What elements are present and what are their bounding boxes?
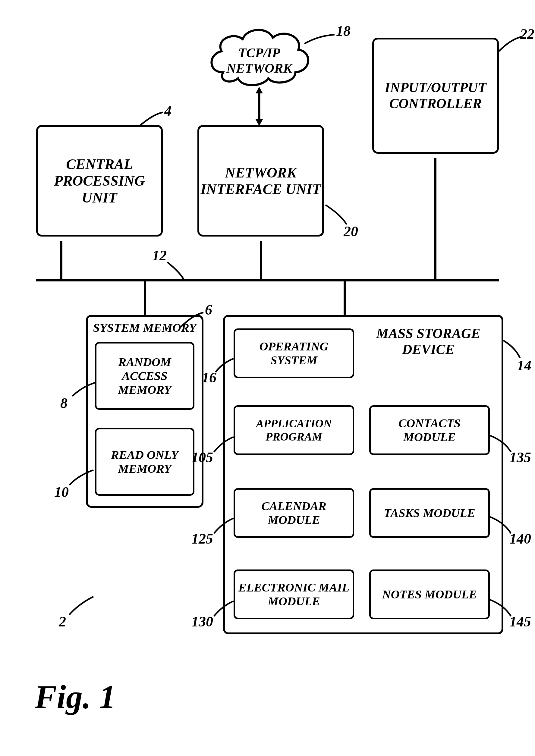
niu-bus-connector — [260, 241, 262, 280]
lead-email — [214, 601, 304, 646]
lead-cpu — [139, 112, 229, 157]
notes-label: NOTES MODULE — [382, 587, 477, 602]
cpu-label: CENTRAL PROCESSING UNIT — [38, 156, 161, 206]
tcpip-network-cloud: TCP/IP NETWORK — [205, 21, 314, 91]
io-bus-connector — [434, 158, 436, 280]
ref-os: 16 — [202, 369, 216, 386]
cpu-bus-connector — [60, 241, 62, 280]
tasks-block: TASKS MODULE — [369, 488, 490, 538]
lead-os — [215, 359, 306, 404]
io-label: INPUT/OUTPUT CONTROLLER — [374, 80, 497, 112]
svg-marker-1 — [256, 87, 263, 94]
lead-system — [69, 597, 160, 642]
lead-ram — [72, 383, 163, 428]
contacts-block: CONTACTS MODULE — [369, 405, 490, 455]
ref-sm: 6 — [205, 301, 212, 318]
lead-app — [214, 437, 304, 482]
ref-app: 105 — [191, 449, 213, 466]
lead-cloud — [304, 35, 395, 80]
lead-cal — [214, 518, 304, 563]
sm-bus-connector — [144, 280, 146, 315]
ref-cloud: 18 — [336, 23, 351, 39]
ref-notes: 145 — [509, 613, 531, 630]
lead-niu — [325, 205, 416, 250]
ref-email: 130 — [191, 613, 213, 630]
lead-bus — [167, 262, 258, 307]
lead-sm — [181, 312, 271, 357]
ref-contacts: 135 — [509, 449, 531, 466]
msd-bus-connector — [344, 280, 346, 315]
figure-label: Fig. 1 — [35, 678, 116, 716]
cloud-niu-arrow-icon — [255, 87, 264, 126]
notes-block: NOTES MODULE — [369, 570, 490, 619]
tasks-label: TASKS MODULE — [384, 506, 475, 520]
cloud-label: TCP/IP NETWORK — [205, 45, 314, 76]
ref-cpu: 4 — [164, 102, 172, 119]
ref-ram: 8 — [60, 395, 68, 411]
ref-tasks: 140 — [509, 530, 531, 547]
niu-label: NETWORK INTERFACE UNIT — [199, 164, 322, 197]
diagram-stage: TCP/IP NETWORK CENTRAL PROCESSING UNIT N… — [0, 0, 535, 756]
ref-system: 2 — [59, 613, 66, 630]
ref-niu: 20 — [344, 223, 358, 240]
ref-io: 22 — [520, 26, 534, 42]
lead-io — [499, 36, 535, 81]
mass-storage-title: MASS STORAGE DEVICE — [362, 326, 494, 358]
ref-bus: 12 — [152, 247, 167, 264]
ref-rom: 10 — [54, 484, 69, 500]
ref-msd: 14 — [517, 357, 531, 374]
ref-cal: 125 — [191, 530, 213, 547]
contacts-label: CONTACTS MODULE — [371, 417, 488, 444]
system-bus — [36, 279, 499, 282]
lead-rom — [69, 470, 160, 515]
